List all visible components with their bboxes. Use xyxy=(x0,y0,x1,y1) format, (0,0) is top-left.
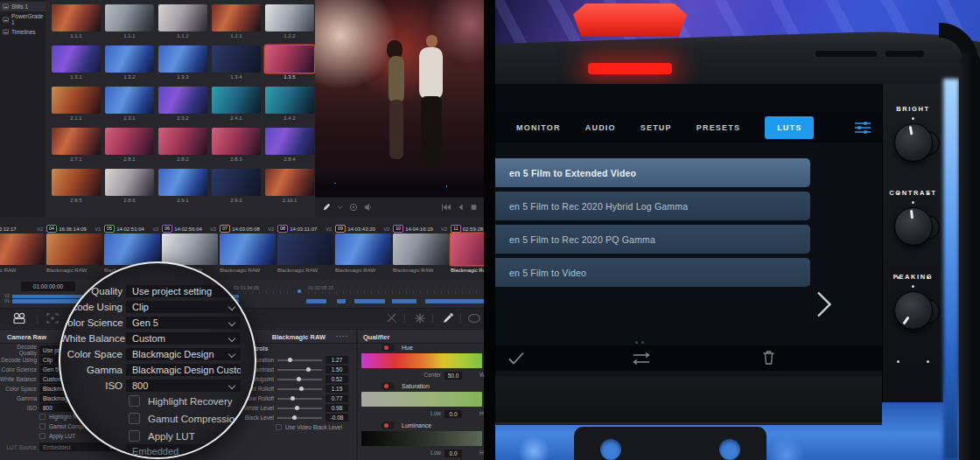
timeline-bar[interactable] xyxy=(306,299,326,303)
step-back-icon[interactable] xyxy=(458,203,464,212)
next-page-chevron-icon[interactable] xyxy=(814,291,833,317)
slider-track[interactable] xyxy=(277,375,322,383)
slider-value[interactable]: 0.52 xyxy=(326,375,348,384)
still-item[interactable]: 1.3.2 xyxy=(105,45,154,80)
field-dropdown[interactable]: Custom xyxy=(126,332,241,345)
timeline-clip[interactable]: 07 14:03:05:08 V2 Blackmagic RAW xyxy=(219,225,276,280)
camera-raw-icon[interactable] xyxy=(12,312,26,324)
swap-arrows-icon[interactable] xyxy=(628,352,654,366)
stop-icon[interactable] xyxy=(471,203,477,212)
slider-track[interactable] xyxy=(277,414,322,422)
lut-list-item[interactable]: en 5 Film to Extended Video xyxy=(495,158,810,187)
still-item[interactable]: 2.8.6 xyxy=(105,169,154,203)
still-item[interactable]: 1.1.1 xyxy=(105,4,154,38)
sidebar-item[interactable]: Timelines xyxy=(0,27,46,37)
timeline-bar[interactable] xyxy=(337,299,346,303)
sidebar-item[interactable]: Stills 1 xyxy=(0,2,46,11)
checkbox[interactable] xyxy=(39,423,46,429)
timeline-clip[interactable]: 11 02:59:28:14 Blackmagic RAW xyxy=(450,225,484,280)
field-dropdown[interactable]: Blackmagic Design xyxy=(126,348,241,360)
rotary-knob[interactable] xyxy=(894,123,933,162)
field-dropdown[interactable]: Gen 5 xyxy=(126,317,241,329)
menu-tab[interactable]: AUDIO xyxy=(585,123,616,132)
still-item[interactable]: 1.3.5 xyxy=(265,45,314,80)
slider-knob[interactable] xyxy=(299,387,304,391)
still-item[interactable]: 1.1.2 xyxy=(158,4,207,38)
sidebar-item[interactable]: PowerGrade 1 xyxy=(0,11,46,27)
still-item[interactable]: 2.8.3 xyxy=(212,128,261,162)
still-item[interactable]: 2.4.2 xyxy=(265,87,314,121)
checkbox[interactable] xyxy=(129,395,140,407)
still-item[interactable]: 1.2.2 xyxy=(265,4,314,38)
checkbox[interactable] xyxy=(39,433,46,439)
still-item[interactable]: 2.4.1 xyxy=(212,87,261,121)
lut-list-item[interactable]: en 5 Film to Video xyxy=(495,258,810,287)
still-item[interactable]: 1.2.1 xyxy=(212,4,261,38)
still-item[interactable]: 2.9.1 xyxy=(158,169,207,203)
stat-value[interactable]: 0.0 xyxy=(444,410,462,418)
slider-value[interactable]: 0.77 xyxy=(326,394,348,403)
curve-disabled-icon[interactable] xyxy=(385,312,399,324)
slider-knob[interactable] xyxy=(292,415,297,420)
still-item[interactable]: 2.8.1 xyxy=(105,128,154,162)
slider-track[interactable] xyxy=(277,356,322,364)
highlight-icon[interactable] xyxy=(467,312,481,324)
confirm-check-icon[interactable] xyxy=(508,351,525,366)
chevron-down-icon[interactable] xyxy=(337,203,343,212)
checkbox[interactable] xyxy=(276,424,282,430)
timeline-bar[interactable] xyxy=(392,299,416,303)
still-item[interactable]: 2.8.5 xyxy=(52,169,101,203)
slider-track[interactable] xyxy=(277,385,322,393)
timeline-clip[interactable]: 04 16:36:14:09 V1 Blackmagic RAW xyxy=(46,225,103,280)
slider-knob[interactable] xyxy=(306,367,311,372)
still-item[interactable]: 2.8.2 xyxy=(158,128,207,162)
timeline-clip[interactable]: 10 14:04:16:19 V2 Blackmagic RAW xyxy=(392,225,450,280)
still-item[interactable]: 1.1.1 xyxy=(52,4,101,38)
lut-list-item[interactable]: en 5 Film to Rec 2020 PQ Gamma xyxy=(495,225,810,254)
draw-icon[interactable] xyxy=(322,203,331,212)
wheel-icon[interactable] xyxy=(349,203,358,212)
still-item[interactable]: 2.3.2 xyxy=(158,87,207,121)
timeline-bar[interactable] xyxy=(354,299,385,303)
timeline-bar[interactable] xyxy=(425,299,484,303)
menu-tab[interactable]: SETUP xyxy=(640,123,672,132)
rotary-knob[interactable] xyxy=(894,207,933,246)
speaker-icon[interactable] xyxy=(364,203,373,212)
tracker-icon[interactable] xyxy=(46,312,60,324)
qualifier-gradient-bar[interactable] xyxy=(361,431,482,446)
menu-tab[interactable]: MONITOR xyxy=(516,123,561,132)
slider-knob[interactable] xyxy=(295,406,299,410)
slider-value[interactable]: 0.98 xyxy=(326,404,348,413)
panel-menu-dots[interactable]: ···· xyxy=(336,332,349,340)
checkbox[interactable] xyxy=(129,413,140,424)
timeline-clip[interactable]: 14:02:12:17 V2 magic RAW xyxy=(0,225,46,280)
stat-value[interactable]: 50.0 xyxy=(444,372,462,380)
still-item[interactable]: 2.7.1 xyxy=(52,128,101,162)
slider-value[interactable]: 1.50 xyxy=(326,366,348,374)
slider-knob[interactable] xyxy=(290,396,295,401)
trash-icon[interactable] xyxy=(762,350,775,365)
field-dropdown[interactable]: Blackmagic Design Custom xyxy=(126,364,241,376)
still-item[interactable]: 1.3.4 xyxy=(212,45,261,80)
timeline-clip[interactable]: 08 14:03:11:07 V2 Blackmagic RAW xyxy=(276,225,334,280)
qualifier-gradient-bar[interactable] xyxy=(361,353,482,368)
field-dropdown[interactable]: 800 xyxy=(126,380,241,392)
stat-value[interactable]: 0.0 xyxy=(444,450,462,457)
slider-track[interactable] xyxy=(277,366,322,373)
menu-tab[interactable]: LUTS xyxy=(765,116,814,139)
slider-track[interactable] xyxy=(277,394,322,402)
still-item[interactable]: 2.3.1 xyxy=(105,87,154,121)
still-item[interactable]: 1.3.3 xyxy=(158,45,207,80)
checkbox[interactable] xyxy=(129,430,140,442)
field-dropdown[interactable]: Use project setting xyxy=(126,285,241,297)
sliders-icon[interactable] xyxy=(854,121,872,135)
snowflake-icon[interactable] xyxy=(413,312,427,324)
checkbox[interactable] xyxy=(39,414,46,420)
still-item[interactable]: 1.3.1 xyxy=(52,45,101,80)
eyedropper-icon[interactable] xyxy=(441,312,455,324)
field-dropdown[interactable]: Clip xyxy=(126,301,241,313)
slider-value[interactable]: 1.15 xyxy=(326,385,348,394)
still-item[interactable]: 2.9.2 xyxy=(212,169,261,203)
slider-knob[interactable] xyxy=(288,358,292,362)
still-item[interactable]: 2.10.1 xyxy=(265,169,314,203)
